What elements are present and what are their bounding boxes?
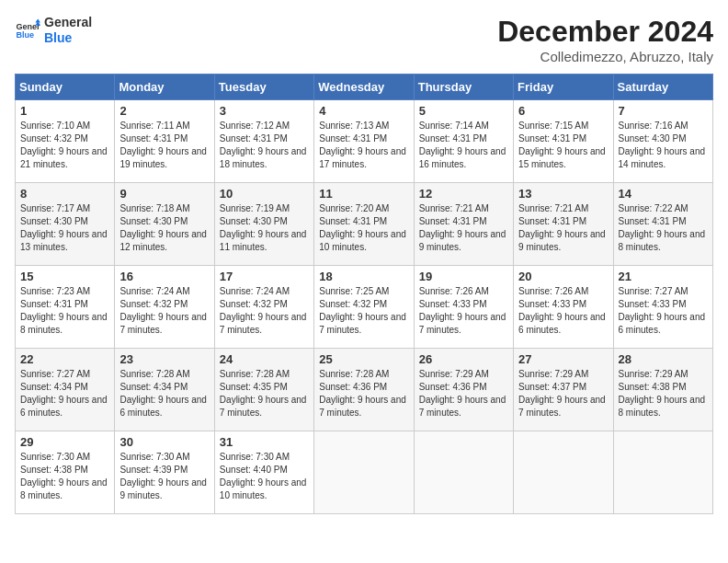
cell-details: Sunrise: 7:28 AMSunset: 4:36 PMDaylight:…	[319, 368, 408, 419]
cell-details: Sunrise: 7:11 AMSunset: 4:31 PMDaylight:…	[119, 120, 209, 171]
cell-details: Sunrise: 7:19 AMSunset: 4:30 PMDaylight:…	[220, 202, 309, 254]
day-number: 9	[119, 187, 209, 201]
calendar-cell: 18Sunrise: 7:25 AMSunset: 4:32 PMDayligh…	[314, 266, 414, 349]
calendar-cell: 31Sunrise: 7:30 AMSunset: 4:40 PMDayligh…	[214, 431, 313, 514]
calendar-cell: 9Sunrise: 7:18 AMSunset: 4:30 PMDaylight…	[115, 183, 214, 266]
cell-details: Sunrise: 7:13 AMSunset: 4:31 PMDaylight:…	[319, 120, 408, 171]
day-number: 1	[20, 104, 109, 118]
calendar-cell	[414, 431, 513, 514]
column-header-thursday: Thursday	[414, 75, 513, 100]
day-number: 26	[419, 352, 508, 366]
cell-details: Sunrise: 7:27 AMSunset: 4:33 PMDaylight:…	[619, 285, 708, 337]
day-number: 21	[619, 270, 708, 283]
cell-details: Sunrise: 7:16 AMSunset: 4:30 PMDaylight:…	[619, 120, 708, 171]
calendar-cell: 11Sunrise: 7:20 AMSunset: 4:31 PMDayligh…	[314, 183, 414, 266]
day-number: 4	[319, 104, 408, 118]
svg-text:Blue: Blue	[16, 30, 34, 40]
location-title: Colledimezzo, Abruzzo, Italy	[497, 49, 713, 64]
calendar-cell: 5Sunrise: 7:14 AMSunset: 4:31 PMDaylight…	[414, 100, 513, 183]
calendar-cell: 23Sunrise: 7:28 AMSunset: 4:34 PMDayligh…	[115, 349, 214, 431]
day-number: 28	[619, 352, 708, 366]
day-number: 23	[119, 352, 209, 366]
cell-details: Sunrise: 7:25 AMSunset: 4:32 PMDaylight:…	[319, 285, 408, 337]
calendar-cell: 3Sunrise: 7:12 AMSunset: 4:31 PMDaylight…	[214, 100, 313, 183]
column-header-sunday: Sunday	[16, 75, 115, 100]
column-header-tuesday: Tuesday	[214, 75, 313, 100]
cell-details: Sunrise: 7:29 AMSunset: 4:36 PMDaylight:…	[419, 368, 508, 419]
day-number: 17	[220, 270, 309, 283]
calendar-cell: 2Sunrise: 7:11 AMSunset: 4:31 PMDaylight…	[115, 100, 214, 183]
calendar-cell: 30Sunrise: 7:30 AMSunset: 4:39 PMDayligh…	[115, 431, 214, 514]
day-number: 12	[419, 187, 508, 201]
day-number: 2	[119, 104, 209, 118]
calendar-cell: 16Sunrise: 7:24 AMSunset: 4:32 PMDayligh…	[115, 266, 214, 349]
title-area: December 2024 Colledimezzo, Abruzzo, Ita…	[497, 15, 713, 64]
cell-details: Sunrise: 7:30 AMSunset: 4:39 PMDaylight:…	[119, 451, 209, 502]
day-number: 27	[518, 352, 608, 366]
day-number: 29	[20, 435, 109, 449]
calendar-cell: 4Sunrise: 7:13 AMSunset: 4:31 PMDaylight…	[314, 100, 414, 183]
day-number: 22	[20, 352, 109, 366]
day-number: 7	[619, 104, 708, 118]
calendar-cell: 7Sunrise: 7:16 AMSunset: 4:30 PMDaylight…	[613, 100, 712, 183]
cell-details: Sunrise: 7:23 AMSunset: 4:31 PMDaylight:…	[20, 285, 109, 337]
day-number: 30	[119, 435, 209, 449]
calendar-cell: 12Sunrise: 7:21 AMSunset: 4:31 PMDayligh…	[414, 183, 513, 266]
cell-details: Sunrise: 7:30 AMSunset: 4:38 PMDaylight:…	[20, 451, 109, 502]
cell-details: Sunrise: 7:14 AMSunset: 4:31 PMDaylight:…	[419, 120, 508, 171]
cell-details: Sunrise: 7:17 AMSunset: 4:30 PMDaylight:…	[20, 202, 109, 254]
logo-text-line1: General	[44, 15, 92, 30]
day-number: 5	[419, 104, 508, 118]
day-number: 18	[319, 270, 408, 283]
column-header-saturday: Saturday	[613, 75, 712, 100]
day-number: 31	[220, 435, 309, 449]
cell-details: Sunrise: 7:29 AMSunset: 4:37 PMDaylight:…	[518, 368, 608, 419]
cell-details: Sunrise: 7:26 AMSunset: 4:33 PMDaylight:…	[419, 285, 508, 337]
header: General Blue General Blue December 2024 …	[15, 15, 713, 64]
day-number: 14	[619, 187, 708, 201]
cell-details: Sunrise: 7:29 AMSunset: 4:38 PMDaylight:…	[619, 368, 708, 419]
calendar-cell: 8Sunrise: 7:17 AMSunset: 4:30 PMDaylight…	[16, 183, 115, 266]
calendar-cell: 14Sunrise: 7:22 AMSunset: 4:31 PMDayligh…	[613, 183, 712, 266]
calendar-cell: 10Sunrise: 7:19 AMSunset: 4:30 PMDayligh…	[214, 183, 313, 266]
day-number: 15	[20, 270, 109, 283]
calendar-table: SundayMondayTuesdayWednesdayThursdayFrid…	[15, 74, 713, 514]
column-header-friday: Friday	[514, 75, 613, 100]
cell-details: Sunrise: 7:26 AMSunset: 4:33 PMDaylight:…	[518, 285, 608, 337]
calendar-cell: 13Sunrise: 7:21 AMSunset: 4:31 PMDayligh…	[514, 183, 613, 266]
cell-details: Sunrise: 7:15 AMSunset: 4:31 PMDaylight:…	[518, 120, 608, 171]
cell-details: Sunrise: 7:21 AMSunset: 4:31 PMDaylight:…	[419, 202, 508, 254]
column-header-wednesday: Wednesday	[314, 75, 414, 100]
cell-details: Sunrise: 7:27 AMSunset: 4:34 PMDaylight:…	[20, 368, 109, 419]
cell-details: Sunrise: 7:20 AMSunset: 4:31 PMDaylight:…	[319, 202, 408, 254]
calendar-cell: 19Sunrise: 7:26 AMSunset: 4:33 PMDayligh…	[414, 266, 513, 349]
cell-details: Sunrise: 7:28 AMSunset: 4:34 PMDaylight:…	[119, 368, 209, 419]
cell-details: Sunrise: 7:18 AMSunset: 4:30 PMDaylight:…	[119, 202, 209, 254]
calendar-cell: 29Sunrise: 7:30 AMSunset: 4:38 PMDayligh…	[16, 431, 115, 514]
calendar-week-row: 8Sunrise: 7:17 AMSunset: 4:30 PMDaylight…	[16, 183, 713, 266]
day-number: 3	[220, 104, 309, 118]
calendar-cell	[613, 431, 712, 514]
column-header-monday: Monday	[115, 75, 214, 100]
calendar-cell: 21Sunrise: 7:27 AMSunset: 4:33 PMDayligh…	[613, 266, 712, 349]
day-number: 13	[518, 187, 608, 201]
calendar-cell: 25Sunrise: 7:28 AMSunset: 4:36 PMDayligh…	[314, 349, 414, 431]
day-number: 16	[119, 270, 209, 283]
calendar-cell: 17Sunrise: 7:24 AMSunset: 4:32 PMDayligh…	[214, 266, 313, 349]
logo-text-line2: Blue	[44, 30, 92, 46]
day-number: 8	[20, 187, 109, 201]
calendar-cell: 1Sunrise: 7:10 AMSunset: 4:32 PMDaylight…	[16, 100, 115, 183]
calendar-cell: 15Sunrise: 7:23 AMSunset: 4:31 PMDayligh…	[16, 266, 115, 349]
calendar-cell	[314, 431, 414, 514]
logo-icon: General Blue	[15, 17, 40, 43]
month-title: December 2024	[497, 15, 713, 49]
calendar-week-row: 1Sunrise: 7:10 AMSunset: 4:32 PMDaylight…	[16, 100, 713, 183]
day-number: 20	[518, 270, 608, 283]
calendar-cell: 27Sunrise: 7:29 AMSunset: 4:37 PMDayligh…	[514, 349, 613, 431]
cell-details: Sunrise: 7:24 AMSunset: 4:32 PMDaylight:…	[119, 285, 209, 337]
day-number: 10	[220, 187, 309, 201]
cell-details: Sunrise: 7:12 AMSunset: 4:31 PMDaylight:…	[220, 120, 309, 171]
day-number: 24	[220, 352, 309, 366]
day-number: 19	[419, 270, 508, 283]
calendar-cell: 24Sunrise: 7:28 AMSunset: 4:35 PMDayligh…	[214, 349, 313, 431]
